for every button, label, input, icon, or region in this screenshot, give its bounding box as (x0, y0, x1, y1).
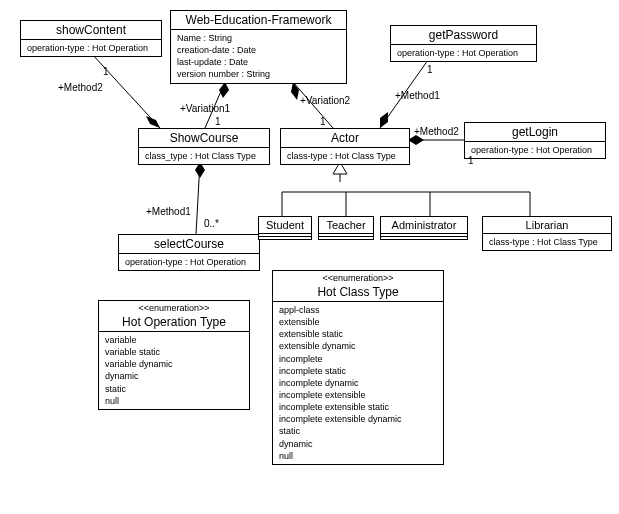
multiplicity: 1 (103, 66, 109, 77)
multiplicity: 1 (320, 116, 326, 127)
class-getLogin: getLogin operation-type : Hot Operation (464, 122, 606, 159)
stereotype: <<enumeration>> (99, 301, 249, 313)
class-web-education-framework: Web-Education-Framework Name : String cr… (170, 10, 347, 84)
svg-marker-0 (219, 82, 229, 98)
multiplicity: 1 (215, 116, 221, 127)
class-title: getLogin (465, 123, 605, 141)
class-Teacher: Teacher (318, 216, 374, 240)
class-title: Student (259, 217, 311, 233)
class-Administrator: Administrator (380, 216, 468, 240)
class-title: Web-Education-Framework (171, 11, 346, 29)
enum-hot-class-type: <<enumeration>> Hot Class Type appl-clas… (272, 270, 444, 465)
class-Actor: Actor class-type : Hot Class Type (280, 128, 410, 165)
svg-marker-4 (380, 112, 388, 128)
svg-marker-2 (146, 116, 160, 128)
class-title: Administrator (381, 217, 467, 233)
class-Librarian: Librarian class-type : Hot Class Type (482, 216, 612, 251)
multiplicity: 1 (468, 155, 474, 166)
class-title: Hot Operation Type (99, 313, 249, 331)
class-title: Librarian (483, 217, 611, 233)
class-title: Actor (281, 129, 409, 147)
class-title: Hot Class Type (273, 283, 443, 301)
class-title: Teacher (319, 217, 373, 233)
edge-label-variation1: +Variation1 (180, 103, 230, 114)
stereotype: <<enumeration>> (273, 271, 443, 283)
multiplicity: 0..* (204, 218, 219, 229)
edge-label-method2: +Method2 (58, 82, 103, 93)
edge-label-method1: +Method1 (146, 206, 191, 217)
class-showContent: showContent operation-type : Hot Operati… (20, 20, 162, 57)
edge-label-variation2: +Variation2 (300, 95, 350, 106)
edge-label-method2: +Method2 (414, 126, 459, 137)
class-title: showContent (21, 21, 161, 39)
class-selectCourse: selectCourse operation-type : Hot Operat… (118, 234, 260, 271)
class-title: ShowCourse (139, 129, 269, 147)
edge-label-method1: +Method1 (395, 90, 440, 101)
class-Student: Student (258, 216, 312, 240)
class-ShowCourse: ShowCourse class_type : Hot Class Type (138, 128, 270, 165)
enum-hot-operation-type: <<enumeration>> Hot Operation Type varia… (98, 300, 250, 410)
class-title: selectCourse (119, 235, 259, 253)
class-title: getPassword (391, 26, 536, 44)
multiplicity: 1 (427, 64, 433, 75)
class-getPassword: getPassword operation-type : Hot Operati… (390, 25, 537, 62)
svg-marker-1 (291, 82, 299, 100)
